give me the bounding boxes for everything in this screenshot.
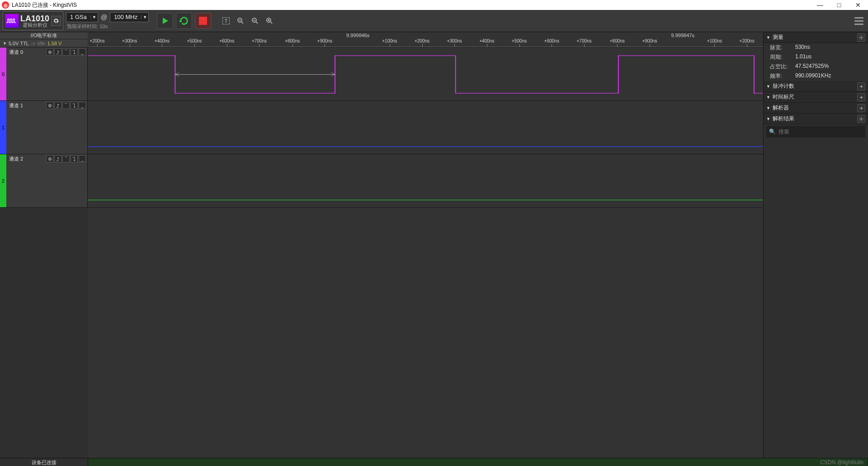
text-cursor-icon: T	[222, 17, 230, 24]
os-titlebar: ◎ LA1010 已连接 - KingstVIS — □ ✕	[0, 0, 868, 10]
samples-combo[interactable]: 1 GSa▼	[66, 12, 98, 22]
measure-section-header[interactable]: ▼ 测量	[764, 32, 868, 43]
trigger-falling-button[interactable]: ⮧	[71, 48, 78, 56]
channel-panel[interactable]: 通道 1⚙⮥¯⮧_	[6, 101, 88, 154]
repeat-button[interactable]	[176, 13, 192, 29]
trigger-high-button[interactable]: ¯	[62, 48, 70, 56]
trigger-rising-button[interactable]: ⮥	[54, 48, 61, 56]
gear-icon	[53, 18, 59, 24]
measure-key: 频率:	[770, 72, 795, 80]
zoom-fit-button[interactable]	[235, 15, 246, 27]
chevron-down-icon: ▼	[766, 117, 770, 121]
measure-kv: 脉宽:530ns	[764, 43, 868, 52]
ruler-tick-label: +400ns	[155, 38, 170, 43]
measure-key: 占空比:	[770, 63, 795, 71]
parser-result-search[interactable]: 🔍	[766, 126, 865, 138]
ruler-tick-label: +500ns	[187, 38, 202, 43]
trigger-low-button[interactable]: _	[79, 48, 86, 56]
channel-settings-button[interactable]: ⚙	[46, 48, 53, 56]
channel-row: 0通道 0⚙⮥¯⮧_	[0, 48, 88, 101]
device-subtitle: 逻辑分析仪	[20, 23, 49, 28]
close-button[interactable]: ✕	[854, 1, 863, 9]
trigger-rising-button[interactable]: ⮥	[54, 155, 61, 162]
channel-sidebar: I/O电平标准 ▼ 5.0V TTL -> Vth: 1.58 V 0通道 0⚙…	[0, 32, 88, 458]
search-input[interactable]	[778, 128, 863, 135]
channel-color-tag: 2	[0, 154, 6, 207]
zoom-out-button[interactable]	[249, 15, 261, 27]
device-box: LA1010 逻辑分析仪	[3, 11, 63, 30]
waveform-track[interactable]	[88, 101, 763, 154]
measure-key: 周期:	[770, 53, 795, 61]
gear-icon	[859, 116, 864, 122]
trigger-high-button[interactable]: ¯	[62, 155, 70, 162]
chevron-down-icon: ▼	[766, 95, 770, 100]
trigger-rising-button[interactable]: ⮥	[54, 102, 61, 109]
trigger-falling-button[interactable]: ⮧	[71, 102, 78, 109]
minimize-button[interactable]: —	[816, 1, 825, 9]
time-marker-section-header[interactable]: ▼ 时间标尺 ＋	[764, 92, 868, 103]
waveform-track[interactable]	[88, 154, 763, 208]
ruler-tick-label: +500ns	[512, 38, 527, 43]
ruler-tick-label: +400ns	[479, 38, 494, 43]
right-panel: ▼ 测量 脉宽:530ns周期:1.01us占空比:47.5247525%频率:…	[763, 32, 868, 458]
chevron-down-icon: ▼	[3, 41, 7, 46]
play-icon	[160, 16, 170, 25]
search-icon: 🔍	[769, 128, 776, 135]
measure-kv: 周期:1.01us	[764, 52, 868, 62]
svg-point-6	[861, 37, 862, 38]
device-logo-icon	[5, 14, 19, 28]
ruler-abs-label: 9.999846s	[346, 33, 369, 38]
zoom-in-button[interactable]	[264, 15, 275, 27]
io-level-value: 5.0V TTL	[9, 41, 29, 46]
parser-result-settings-button[interactable]	[857, 115, 865, 123]
measure-value: 990.09901KHz	[795, 72, 863, 80]
channel-panel[interactable]: 通道 2⚙⮥¯⮧_	[6, 154, 88, 207]
trigger-falling-button[interactable]: ⮧	[71, 155, 78, 162]
ruler-tick-label: +600ns	[219, 38, 234, 43]
parser-add-button[interactable]: ＋	[857, 104, 865, 112]
chevron-down-icon: ▼	[766, 106, 770, 110]
ruler-abs-label: 9.999847s	[671, 33, 694, 38]
ruler-tick-label: +900ns	[317, 38, 332, 43]
trigger-low-button[interactable]: _	[79, 102, 86, 109]
measure-kv: 频率:990.09901KHz	[764, 71, 868, 81]
measure-settings-button[interactable]	[857, 33, 865, 42]
device-name: LA1010	[20, 14, 49, 23]
stop-button[interactable]	[195, 13, 211, 29]
pulse-count-section-header[interactable]: ▼ 脉冲计数 ＋	[764, 81, 868, 92]
parser-section-header[interactable]: ▼ 解析器 ＋	[764, 103, 868, 114]
ruler-tick-label: +700ns	[252, 38, 267, 43]
time-marker-add-button[interactable]: ＋	[857, 93, 865, 101]
trigger-high-button[interactable]: ¯	[62, 102, 70, 109]
ruler-tick-label: +300ns	[122, 38, 137, 43]
waveform-track[interactable]	[88, 48, 763, 101]
trigger-low-button[interactable]: _	[79, 155, 86, 162]
channel-row: 2通道 2⚙⮥¯⮧_	[0, 154, 88, 208]
waveform-area[interactable]: 9.999846s9.999847s+200ns+300ns+400ns+500…	[88, 32, 763, 458]
status-bar: 设备已连接 CSDN @lightliulin	[0, 458, 868, 466]
rate-combo[interactable]: 100 MHz▼	[110, 12, 149, 22]
channel-row: 1通道 1⚙⮥¯⮧_	[0, 101, 88, 154]
channel-panel[interactable]: 通道 0⚙⮥¯⮧_	[6, 48, 88, 100]
ruler-tick-label: +100ns	[707, 38, 722, 43]
ruler-tick-label: +100ns	[382, 38, 397, 43]
channel-settings-button[interactable]: ⚙	[46, 102, 53, 109]
text-cursor-tool[interactable]: T	[220, 15, 232, 27]
pulse-count-add-button[interactable]: ＋	[857, 82, 865, 90]
channel-settings-button[interactable]: ⚙	[46, 155, 53, 162]
status-text: 设备已连接	[0, 458, 88, 466]
device-settings-button[interactable]	[51, 16, 61, 26]
zoom-out-icon	[251, 17, 259, 25]
measure-kv: 占空比:47.5247525%	[764, 62, 868, 71]
ruler-tick-label: +200ns	[90, 38, 104, 43]
run-button[interactable]	[157, 13, 173, 29]
time-ruler[interactable]: 9.999846s9.999847s+200ns+300ns+400ns+500…	[88, 32, 763, 48]
svg-point-7	[861, 118, 862, 119]
measure-value: 1.01us	[795, 53, 863, 61]
status-progress	[88, 458, 868, 466]
menu-button[interactable]	[853, 14, 865, 27]
chevron-down-icon: ▼	[766, 35, 770, 40]
parser-result-section-header[interactable]: ▼ 解析结果	[764, 114, 868, 124]
maximize-button[interactable]: □	[835, 1, 844, 9]
io-level-row[interactable]: ▼ 5.0V TTL -> Vth: 1.58 V	[0, 39, 88, 48]
